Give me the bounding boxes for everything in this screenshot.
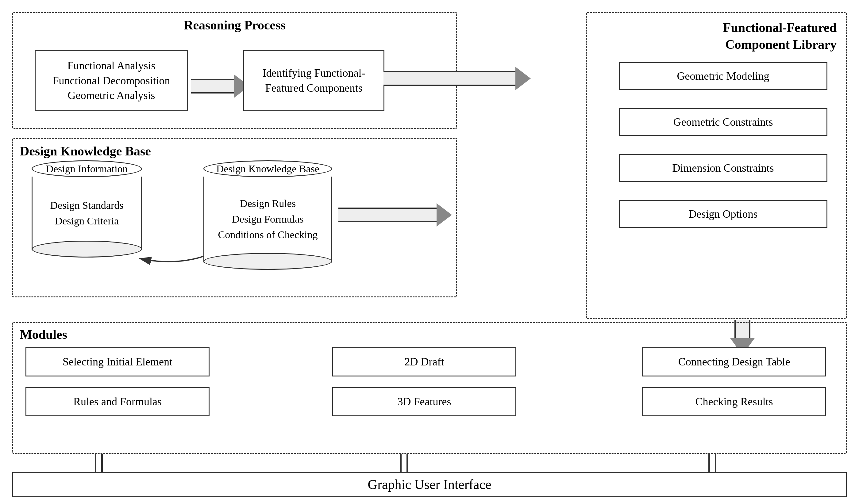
cylinder1-top-text: Design Information bbox=[46, 163, 127, 175]
module-connecting: Connecting Design Table bbox=[642, 347, 826, 376]
analysis-text: Functional Analysis Functional Decomposi… bbox=[53, 58, 170, 103]
lib-item-0-text: Geometric Modeling bbox=[677, 69, 769, 84]
arrow-cylinder2-to-ffc bbox=[338, 203, 452, 226]
module-checking: Checking Results bbox=[642, 387, 826, 416]
module-rules: Rules and Formulas bbox=[26, 387, 210, 416]
cylinder2: Design Knowledge Base Design Rules Desig… bbox=[204, 160, 332, 263]
lib-item-1-text: Geometric Constraints bbox=[674, 115, 773, 130]
lib-item-dimension-constraints: Dimension Constraints bbox=[619, 154, 827, 182]
dkb-outer-label: Design Knowledge Base bbox=[20, 144, 151, 158]
module-3d-features: 3D Features bbox=[332, 387, 516, 416]
cylinder2-top-text: Design Knowledge Base bbox=[216, 163, 319, 175]
dkb-outer-box: Design Knowledge Base Design Information… bbox=[12, 138, 457, 297]
modules-label: Modules bbox=[20, 327, 67, 342]
module-2d-draft: 2D Draft bbox=[332, 347, 516, 376]
lib-item-geometric-constraints: Geometric Constraints bbox=[619, 108, 827, 136]
ffc-library-label: Functional-Featured Component Library bbox=[723, 19, 837, 53]
ffc-library-box: Functional-Featured Component Library Ge… bbox=[586, 12, 847, 319]
modules-box: Modules Selecting Initial Element Rules … bbox=[12, 322, 847, 454]
module-checking-text: Checking Results bbox=[695, 394, 773, 409]
reasoning-label: Reasoning Process bbox=[184, 18, 286, 32]
cylinder2-body-text: Design Rules Design Formulas Conditions … bbox=[218, 195, 318, 242]
cylinder1-body-text: Design Standards Design Criteria bbox=[50, 198, 124, 229]
module-2d-draft-text: 2D Draft bbox=[405, 355, 444, 369]
lib-item-2-text: Dimension Constraints bbox=[673, 161, 774, 176]
lib-item-3-text: Design Options bbox=[689, 207, 758, 222]
lib-item-geometric-modeling: Geometric Modeling bbox=[619, 62, 827, 90]
module-3d-features-text: 3D Features bbox=[397, 394, 451, 409]
arrow-identifying-to-ffc bbox=[383, 67, 531, 90]
module-selecting: Selecting Initial Element bbox=[26, 347, 210, 376]
gui-label: Graphic User Interface bbox=[367, 477, 491, 492]
module-selecting-text: Selecting Initial Element bbox=[63, 355, 172, 369]
diagram-container: Reasoning Process Functional Analysis Fu… bbox=[0, 0, 859, 504]
analysis-box: Functional Analysis Functional Decomposi… bbox=[35, 50, 188, 111]
arrow-analysis-to-identifying bbox=[191, 75, 250, 98]
lib-item-design-options: Design Options bbox=[619, 200, 827, 228]
identifying-box: Identifying Functional- Featured Compone… bbox=[243, 50, 385, 111]
module-connecting-text: Connecting Design Table bbox=[678, 355, 790, 369]
identifying-text: Identifying Functional- Featured Compone… bbox=[262, 66, 365, 95]
gui-box: Graphic User Interface bbox=[12, 472, 847, 497]
module-rules-text: Rules and Formulas bbox=[73, 394, 162, 409]
